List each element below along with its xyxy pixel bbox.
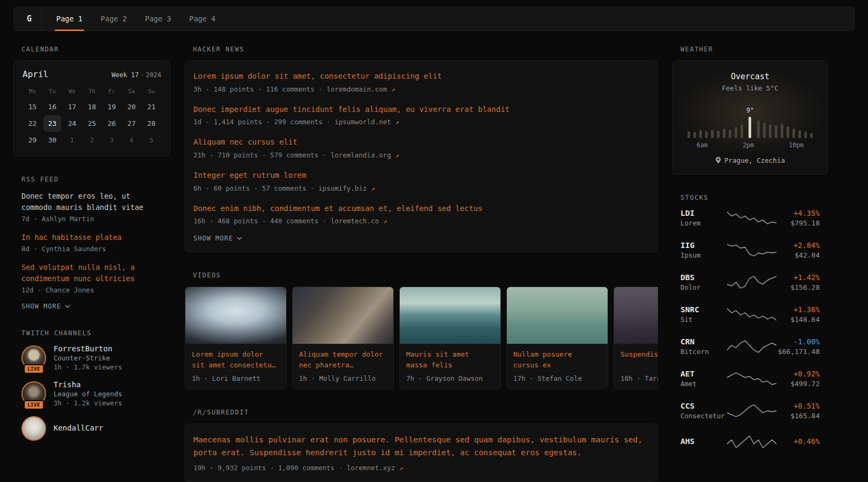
video-thumbnail[interactable] bbox=[293, 287, 393, 344]
video-title[interactable]: Lorem ipsum dolor sit amet consectetu… bbox=[192, 349, 280, 371]
stock-change: +0.51% bbox=[778, 402, 820, 410]
hacker-news-item-headline[interactable]: Aliquam nec cursus elit bbox=[193, 137, 649, 148]
calendar-day-header: Sa bbox=[122, 85, 141, 99]
calendar-day: 18 bbox=[83, 99, 101, 115]
external-link-icon: ↗ bbox=[391, 85, 395, 93]
twitch-channel-row[interactable]: LIVE KendallCarr bbox=[21, 416, 162, 441]
twitch-channel-row[interactable]: LIVE ForrestBurton Counter-Strike 1h · 1… bbox=[21, 344, 162, 371]
stock-identity: IIG Ipsum bbox=[680, 241, 725, 259]
weather-hourly-bars: 9° bbox=[682, 100, 819, 138]
weather-time-label: 6am bbox=[697, 141, 708, 149]
weather-bar bbox=[792, 129, 795, 138]
subreddit-post-domain[interactable]: loremnet.xyz bbox=[347, 464, 395, 472]
hacker-news-item-meta: 6h · 60 points · 57 comments · ipsumify.… bbox=[193, 184, 649, 192]
stock-row: IIG Ipsum +2.84% $42.04 bbox=[680, 241, 820, 259]
stock-row: AHS +0.46% bbox=[680, 434, 820, 450]
rss-item-meta: 8d · Cynthia Saunders bbox=[21, 245, 162, 253]
subreddit-post-headline[interactable]: Maecenas mollis pulvinar erat non posuer… bbox=[193, 434, 649, 460]
rss-item-headline[interactable]: In hac habitasse platea bbox=[21, 232, 162, 243]
chevron-down-icon bbox=[237, 237, 242, 240]
external-link-icon: ↗ bbox=[399, 464, 403, 472]
rss-item-headline[interactable]: Donec tempor eros leo, ut commodo mauris… bbox=[21, 191, 162, 213]
calendar-day: 5 bbox=[143, 132, 160, 148]
page-tab-label: Page 3 bbox=[145, 14, 171, 23]
calendar-day: 25 bbox=[83, 115, 101, 132]
page-tab[interactable]: Page 4 bbox=[180, 7, 225, 31]
twitch-channel-row[interactable]: LIVE Trisha League of Legends 3h · 1.2k … bbox=[21, 380, 162, 407]
weather-bar bbox=[693, 132, 696, 138]
hacker-news-show-more-button[interactable]: SHOW MORE bbox=[193, 235, 242, 242]
weather-bar bbox=[781, 124, 783, 138]
hacker-news-item-domain[interactable]: ipsumworld.net bbox=[334, 118, 391, 126]
page-tab-label: Page 2 bbox=[101, 14, 127, 23]
rss-item: In hac habitasse platea 8d · Cynthia Sau… bbox=[21, 232, 162, 253]
stock-symbol: DBS bbox=[680, 273, 725, 282]
stock-price: $148.64 bbox=[778, 315, 820, 323]
twitch-widget: TWITCH CHANNELS LIVE ForrestBurton Count… bbox=[13, 329, 170, 441]
video-thumbnail[interactable] bbox=[614, 287, 658, 344]
rss-item: Sed volutpat nulla nisl, a condimentum n… bbox=[21, 262, 162, 294]
stock-symbol: CRN bbox=[680, 337, 725, 346]
stock-values: +0.46% bbox=[778, 437, 820, 447]
rss-item-meta: 7d · Ashlyn Martin bbox=[21, 215, 162, 223]
calendar-day: 24 bbox=[63, 115, 81, 132]
weather-bar bbox=[740, 124, 743, 138]
stock-price: $499.72 bbox=[778, 380, 820, 388]
hacker-news-item-headline[interactable]: Donec enim nibh, condimentum et accumsan… bbox=[193, 203, 649, 215]
stock-name: Bitcorn bbox=[680, 348, 725, 356]
external-link-icon: ↗ bbox=[395, 151, 399, 159]
stock-values: +0.92% $499.72 bbox=[778, 370, 820, 388]
hacker-news-item-stats: 21h · 710 points · 579 comments bbox=[193, 151, 318, 159]
calendar-day-headers: Mo Tu We Th Fr Sa Su bbox=[23, 85, 161, 99]
app-logo[interactable]: G bbox=[17, 7, 42, 31]
video-thumbnail[interactable] bbox=[507, 287, 608, 344]
page-tab[interactable]: Page 1 bbox=[47, 7, 92, 31]
video-title[interactable]: Aliquam tempor dolor nec pharetra… bbox=[299, 349, 387, 371]
hacker-news-item: Donec imperdiet augue tincidunt felis al… bbox=[193, 104, 649, 126]
stock-change: +0.46% bbox=[778, 437, 820, 446]
stock-identity: AHS bbox=[680, 437, 725, 447]
calendar-day: 20 bbox=[123, 99, 140, 115]
video-body: Suspendisse diam 18h · Tara bbox=[614, 344, 658, 389]
weather-widget-title: WEATHER bbox=[680, 46, 828, 53]
weather-condition: Overcast bbox=[682, 72, 819, 81]
stock-price: $42.04 bbox=[778, 251, 820, 259]
video-title[interactable]: Nullam posuere cursus ex bbox=[513, 349, 601, 371]
weather-current-temp-label: 9° bbox=[746, 107, 754, 114]
separator-dot: · bbox=[326, 118, 331, 126]
stock-values: +1.36% $148.64 bbox=[778, 305, 820, 323]
video-title[interactable]: Suspendisse diam bbox=[620, 349, 658, 371]
hacker-news-item-domain[interactable]: loremdomain.com bbox=[326, 85, 387, 93]
hacker-news-item-headline[interactable]: Donec imperdiet augue tincidunt felis al… bbox=[193, 104, 649, 116]
hacker-news-item-domain[interactable]: ipsumify.biz bbox=[318, 184, 366, 192]
stock-price: $156.28 bbox=[778, 283, 820, 291]
subreddit-card: Maecenas mollis pulvinar erat non posuer… bbox=[185, 424, 658, 482]
weather-bar-column bbox=[711, 119, 714, 138]
hacker-news-item-domain[interactable]: loremtech.co bbox=[331, 217, 379, 225]
stock-symbol: LDI bbox=[680, 209, 725, 217]
hacker-news-show-more-label: SHOW MORE bbox=[193, 235, 233, 242]
page-tab[interactable]: Page 3 bbox=[136, 7, 181, 31]
calendar-day-header: We bbox=[62, 85, 82, 99]
subreddit-widget: /R/SUBREDDIT Maecenas mollis pulvinar er… bbox=[185, 409, 658, 482]
video-thumbnail[interactable] bbox=[185, 287, 286, 344]
hacker-news-item-headline[interactable]: Integer eget rutrum lorem bbox=[193, 170, 649, 182]
weather-location: Prague, Czechia bbox=[682, 156, 819, 164]
video-title[interactable]: Mauris sit amet massa felis bbox=[406, 349, 494, 371]
weather-bar-column bbox=[699, 120, 702, 138]
rss-item-headline[interactable]: Sed volutpat nulla nisl, a condimentum n… bbox=[21, 262, 162, 284]
weather-bar-column bbox=[775, 115, 777, 138]
rss-show-more-button[interactable]: SHOW MORE bbox=[21, 303, 70, 310]
hacker-news-item-headline[interactable]: Lorem ipsum dolor sit amet, consectetur … bbox=[193, 71, 649, 82]
weather-bar-column bbox=[757, 110, 760, 138]
hacker-news-item-domain[interactable]: loremlandia.org bbox=[331, 151, 391, 159]
video-body: Nullam posuere cursus ex 17h · Stefan Co… bbox=[507, 344, 608, 389]
video-thumbnail[interactable] bbox=[400, 287, 500, 344]
twitch-channel-name: Trisha bbox=[54, 380, 122, 389]
stock-price: $66,171.48 bbox=[778, 348, 820, 356]
hacker-news-widget: HACKER NEWS Lorem ipsum dolor sit amet, … bbox=[185, 46, 658, 252]
stock-row: SNRC Sit +1.36% $148.64 bbox=[680, 305, 820, 323]
subreddit-post: Maecenas mollis pulvinar erat non posuer… bbox=[193, 434, 649, 472]
page-tab[interactable]: Page 2 bbox=[92, 7, 136, 31]
left-column: CALENDAR April Week 17·2024 Mo Tu We bbox=[13, 46, 170, 460]
